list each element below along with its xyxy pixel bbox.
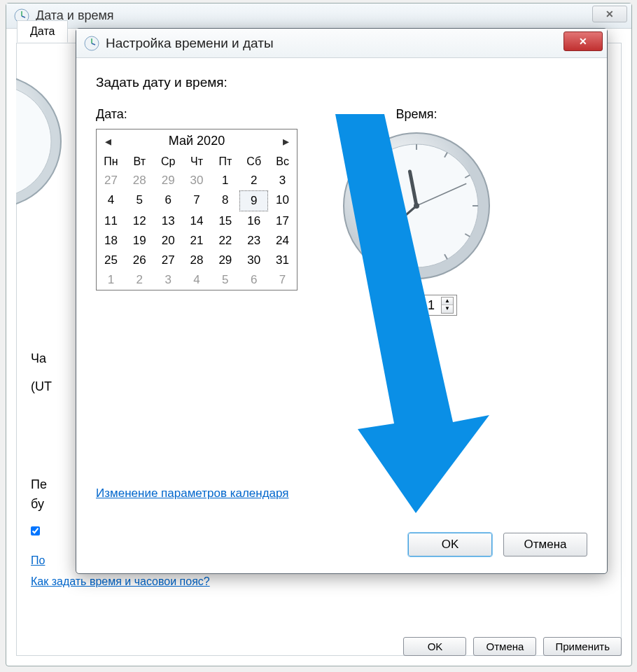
calendar-day[interactable]: 2 [239,171,268,190]
calendar-day[interactable]: 3 [268,171,297,190]
calendar-day[interactable]: 16 [239,211,268,231]
calendar-day[interactable]: 30 [239,251,268,270]
calendar-day[interactable]: 18 [97,231,125,251]
calendar-day[interactable]: 11 [97,211,125,231]
calendar-day[interactable]: 28 [125,171,154,190]
calendar-day[interactable]: 29 [154,171,183,190]
time-input[interactable]: 23:38:11 [381,298,435,313]
calendar-day[interactable]: 25 [97,251,125,270]
svg-point-25 [414,203,419,209]
parent-dst-label1-partial: Пе [31,477,47,492]
calendar-day[interactable]: 24 [268,231,297,251]
parent-dst-checkbox[interactable] [31,526,40,536]
calendar-day[interactable]: 4 [183,270,211,290]
parent-utc-label-partial: (UТ [31,379,52,394]
calendar-day[interactable]: 27 [154,251,183,270]
calendar-day[interactable]: 3 [154,270,183,290]
calendar-day[interactable]: 29 [211,251,239,270]
calendar-dow: Вт [125,153,154,171]
calendar-day[interactable]: 7 [268,270,297,290]
calendar-day[interactable]: 17 [268,211,297,231]
datetime-icon [83,35,100,52]
calendar-day[interactable]: 8 [211,190,239,211]
calendar-day[interactable]: 19 [125,231,154,251]
calendar-day[interactable]: 7 [183,190,211,211]
calendar-day[interactable]: 21 [183,231,211,251]
calendar-day[interactable]: 2 [125,270,154,290]
parent-titlebar: Дата и время ✕ [6,4,631,29]
time-label: Время: [340,107,493,122]
modal-heading: Задать дату и время: [96,75,587,90]
date-label: Дата: [96,107,298,122]
calendar-dow: Чт [183,153,211,171]
calendar-header: ◂ Май 2020 ▸ [97,130,297,153]
parent-dst-label2-partial: бу [31,497,44,512]
calendar-month-label[interactable]: Май 2020 [169,134,225,148]
calendar-day[interactable]: 27 [97,171,125,190]
calendar-day[interactable]: 13 [154,211,183,231]
close-icon: ✕ [579,36,587,47]
calendar-day[interactable]: 15 [211,211,239,231]
calendar-dow: Пн [97,153,125,171]
calendar-day[interactable]: 10 [268,190,297,211]
calendar-day[interactable]: 5 [125,190,154,211]
modal-close-button[interactable]: ✕ [564,31,603,51]
calendar-dow: Ср [154,153,183,171]
modal-titlebar: Настройка времени и даты ✕ [76,29,607,58]
parent-button-bar: OK Отмена Применить [403,637,622,656]
calendar-day[interactable]: 5 [211,270,239,290]
modal-body: Задать дату и время: Дата: ◂ Май 2020 ▸ … [76,58,607,573]
calendar-day[interactable]: 28 [183,251,211,270]
time-input-row: 23:38:11 ▲ ▼ [376,295,457,316]
calendar-day[interactable]: 6 [154,190,183,211]
calendar-day[interactable]: 9 [239,190,268,211]
analog-clock [340,129,493,285]
calendar-day[interactable]: 12 [125,211,154,231]
date-column: Дата: ◂ Май 2020 ▸ ПнВтСрЧтПтСбВс 272829… [96,107,298,316]
datetime-settings-dialog: Настройка времени и даты ✕ Задать дату и… [76,28,608,574]
calendar-day[interactable]: 1 [97,270,125,290]
calendar-day[interactable]: 20 [154,231,183,251]
parent-link-1[interactable]: По [31,554,45,566]
close-icon: ✕ [606,8,614,20]
calendar-day[interactable]: 1 [211,171,239,190]
parent-tab[interactable]: Дата [17,20,68,43]
calendar-day[interactable]: 31 [268,251,297,270]
calendar-day[interactable]: 22 [211,231,239,251]
parent-cancel-button[interactable]: Отмена [473,637,536,656]
time-spinner-up[interactable]: ▲ [442,298,453,305]
calendar-day[interactable]: 23 [239,231,268,251]
parent-apply-button[interactable]: Применить [543,637,622,656]
calendar-day[interactable]: 26 [125,251,154,270]
calendar-dow: Сб [239,153,268,171]
calendar: ◂ Май 2020 ▸ ПнВтСрЧтПтСбВс 272829301234… [96,129,298,290]
parent-clock-preview [16,71,65,211]
parent-link-help[interactable]: Как задать время и часовои пояс? [31,575,210,587]
modal-button-bar: OK Отмена [408,533,587,556]
calendar-day[interactable]: 4 [97,190,125,211]
parent-dst-checkbox-row [31,526,44,536]
calendar-next-button[interactable]: ▸ [279,134,293,148]
time-column: Время: 23:38:11 [340,107,493,316]
calendar-prev-button[interactable]: ◂ [101,134,115,148]
time-spinner-down[interactable]: ▼ [442,305,453,313]
parent-ok-button[interactable]: OK [403,637,466,656]
modal-title: Настройка времени и даты [106,36,274,51]
calendar-day[interactable]: 6 [239,270,268,290]
time-spinner: ▲ ▼ [441,297,454,314]
calendar-settings-link[interactable]: Изменение параметров календаря [96,486,289,500]
parent-close-button[interactable]: ✕ [592,6,627,22]
parent-tz-label-partial: Ча [31,351,46,366]
calendar-dow: Пт [211,153,239,171]
calendar-day[interactable]: 30 [183,171,211,190]
calendar-dow: Вс [268,153,297,171]
calendar-day[interactable]: 14 [183,211,211,231]
modal-cancel-button[interactable]: Отмена [503,533,587,556]
modal-ok-button[interactable]: OK [408,533,492,556]
